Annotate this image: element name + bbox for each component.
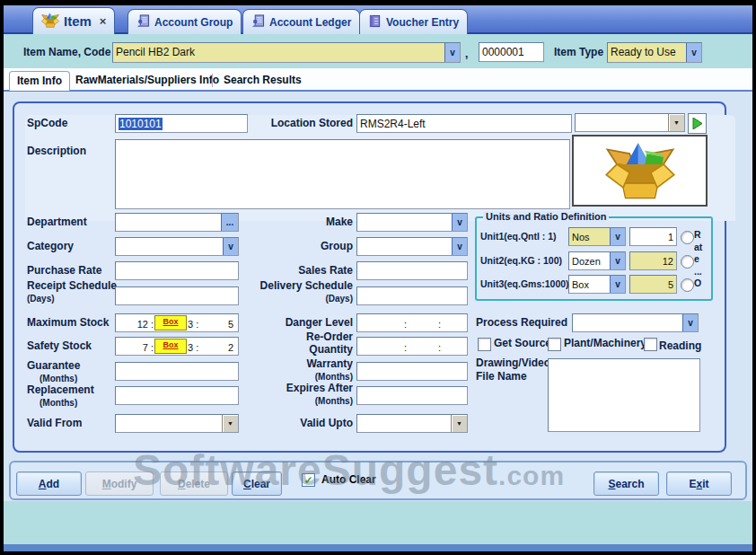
danger-level-label: Danger Level bbox=[215, 313, 353, 332]
location-stored-label: Location Stored bbox=[224, 114, 353, 133]
checkbox-reading[interactable] bbox=[644, 338, 657, 351]
danger-level-field[interactable]: : : bbox=[356, 313, 468, 332]
item-image bbox=[572, 135, 708, 207]
unit2-combo[interactable]: Dozen v bbox=[568, 251, 626, 270]
unit2-radio[interactable] bbox=[681, 255, 694, 269]
stock-unit-tooltip: Box bbox=[154, 315, 187, 330]
open-box-icon bbox=[41, 13, 59, 31]
account-group-icon bbox=[136, 14, 150, 31]
clear-button[interactable]: Clear bbox=[232, 471, 282, 496]
combo-arrow-icon[interactable]: v bbox=[610, 252, 625, 269]
main-tab-bar: Item × Account Group bbox=[4, 5, 752, 34]
valid-upto-label: Valid Upto bbox=[215, 414, 353, 433]
window-bottom-edge bbox=[4, 544, 752, 551]
combo-arrow-icon[interactable]: v bbox=[610, 276, 625, 293]
tab-account-group-label: Account Group bbox=[154, 16, 233, 29]
subtab-item-info[interactable]: Item Info bbox=[9, 71, 70, 91]
search-button[interactable]: Search bbox=[593, 471, 659, 496]
item-code-field[interactable]: 0000001 bbox=[479, 42, 544, 62]
spcode-label: SpCode bbox=[27, 114, 67, 133]
expires-after-field[interactable] bbox=[356, 386, 468, 405]
make-combo[interactable]: v bbox=[356, 213, 468, 232]
item-type-combo[interactable]: Ready to Use v bbox=[607, 42, 702, 63]
item-name-code-label: Item Name, Code bbox=[23, 43, 110, 62]
units-group-title: Units and Ratio Definition bbox=[483, 211, 609, 222]
expires-after-label: Expires After (Months) bbox=[215, 382, 353, 408]
delivery-schedule-field[interactable] bbox=[356, 286, 468, 305]
run-button[interactable] bbox=[688, 113, 707, 134]
combo-arrow-icon[interactable]: v bbox=[452, 214, 467, 231]
item-name-combo[interactable]: Pencil HB2 Dark v bbox=[112, 42, 461, 63]
dropdown-arrow-icon[interactable]: ▼ bbox=[451, 415, 467, 432]
unit1-value-field[interactable]: 1 bbox=[629, 227, 677, 246]
combo-arrow-icon[interactable]: v bbox=[452, 238, 467, 255]
guarantee-label: Guarantee (Months) bbox=[27, 359, 80, 385]
unit3-combo[interactable]: Box v bbox=[568, 275, 626, 294]
item-name-value: Pencil HB2 Dark bbox=[113, 43, 444, 62]
safety-stock-label: Safety Stock bbox=[27, 337, 92, 356]
checkbox-get-source[interactable] bbox=[478, 338, 491, 351]
item-type-label: Item Type bbox=[554, 43, 603, 62]
preview-combo[interactable]: ▼ bbox=[575, 113, 685, 132]
category-label: Category bbox=[27, 237, 74, 256]
open-box-image-icon bbox=[599, 141, 681, 200]
modify-button: Modify bbox=[85, 471, 154, 496]
group-label: Group bbox=[215, 237, 353, 256]
tab-voucher-entry[interactable]: Voucher Entry bbox=[359, 9, 468, 34]
tab-account-ledger-label: Account Ledger bbox=[269, 16, 351, 29]
valid-upto-dropdown[interactable]: ▼ bbox=[356, 414, 468, 433]
subtab-rawmaterials[interactable]: RawMaterials/Suppliers Info bbox=[68, 71, 226, 90]
combo-arrow-icon[interactable]: v bbox=[686, 43, 701, 62]
warranty-field[interactable] bbox=[356, 362, 468, 381]
green-play-icon bbox=[692, 118, 703, 129]
replacement-label: Replacement (Months) bbox=[27, 383, 94, 410]
tab-account-group[interactable]: Account Group bbox=[127, 9, 242, 34]
reading-label: Reading bbox=[659, 337, 701, 356]
delete-button: Delete bbox=[160, 471, 228, 496]
tab-item[interactable]: Item × bbox=[32, 7, 115, 34]
subtab-search-results[interactable]: Search Results bbox=[216, 71, 309, 90]
group-combo[interactable]: v bbox=[356, 237, 468, 256]
item-type-value: Ready to Use bbox=[608, 43, 686, 62]
get-source-label: Get Source bbox=[494, 334, 551, 353]
stock-unit-tooltip: Box bbox=[154, 339, 187, 354]
preview-combo-value bbox=[576, 114, 668, 131]
add-button[interactable]: Add bbox=[16, 471, 82, 496]
combo-arrow-icon[interactable]: v bbox=[444, 43, 460, 62]
reorder-quantity-field[interactable]: : : bbox=[356, 337, 468, 356]
tab-close-icon[interactable]: × bbox=[100, 14, 107, 28]
unit1-combo[interactable]: Nos v bbox=[568, 227, 626, 246]
valid-from-label: Valid From bbox=[27, 414, 82, 433]
checkbox-plant-machinery[interactable] bbox=[548, 338, 561, 351]
tab-voucher-entry-label: Voucher Entry bbox=[386, 16, 459, 29]
plant-machinery-label: Plant/Machinery bbox=[564, 334, 646, 353]
process-required-label: Process Required bbox=[476, 313, 567, 332]
exit-button[interactable]: Exit bbox=[666, 471, 732, 496]
unit3-label: Unit3(eq.Gms:1000) bbox=[480, 275, 569, 294]
unit2-value-field[interactable]: 12 bbox=[629, 251, 677, 270]
auto-clear-checkbox[interactable]: ✓ bbox=[302, 473, 315, 487]
department-label: Department bbox=[27, 213, 87, 232]
unit3-value-field[interactable]: 5 bbox=[629, 275, 677, 294]
process-required-combo[interactable]: v bbox=[572, 313, 699, 332]
sales-rate-field[interactable] bbox=[356, 261, 468, 280]
unit3-radio[interactable] bbox=[681, 278, 694, 292]
tab-account-ledger[interactable]: Account Ledger bbox=[242, 9, 360, 34]
unit1-radio[interactable] bbox=[681, 231, 694, 244]
combo-arrow-icon[interactable]: v bbox=[610, 228, 625, 245]
delivery-schedule-label: Delivery Schedule (Days) bbox=[215, 279, 353, 305]
spcode-value: 1010101 bbox=[119, 118, 163, 130]
application-window: Item × Account Group bbox=[0, 0, 756, 555]
purchase-rate-label: Purchase Rate bbox=[27, 261, 101, 280]
warranty-label: Warranty (Months) bbox=[215, 357, 353, 383]
dropdown-arrow-icon[interactable]: ▼ bbox=[668, 114, 684, 131]
sales-rate-label: Sales Rate bbox=[215, 261, 353, 280]
drawing-filename-textarea[interactable] bbox=[548, 358, 700, 432]
location-stored-field[interactable]: RMS2R4-Left bbox=[356, 114, 572, 133]
description-textarea[interactable] bbox=[115, 139, 570, 209]
voucher-entry-icon bbox=[368, 14, 382, 31]
description-label: Description bbox=[27, 142, 86, 161]
make-label: Make bbox=[215, 213, 353, 232]
combo-arrow-icon[interactable]: v bbox=[682, 314, 698, 331]
unit1-label: Unit1(eq.Qntl : 1) bbox=[480, 227, 557, 246]
